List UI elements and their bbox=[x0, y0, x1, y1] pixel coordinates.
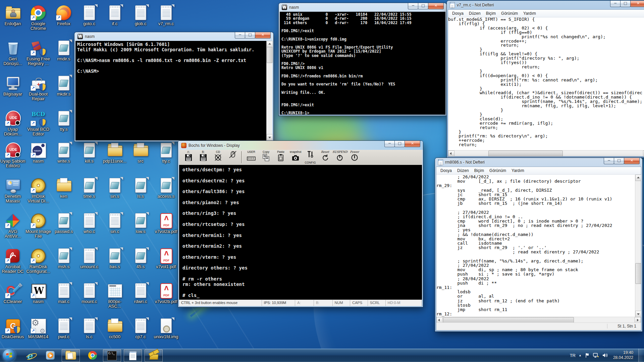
close-button[interactable]: × bbox=[630, 1, 644, 7]
menu-dosya[interactable]: Dosya bbox=[449, 10, 466, 17]
desktop-icon-ken[interactable]: ken bbox=[51, 177, 76, 199]
close-button[interactable]: × bbox=[255, 32, 271, 39]
desktop-icon-v7_rm-c[interactable]: v7_rm.c bbox=[153, 5, 179, 26]
desktop-icon-ccleaner[interactable]: CCCleaner bbox=[0, 283, 25, 304]
desktop-icon-firefox[interactable]: Firefox bbox=[51, 5, 76, 26]
desktop-icon-mount-c[interactable]: mount.c bbox=[76, 283, 102, 304]
desktop-icon-access-s[interactable]: access.s bbox=[153, 177, 179, 199]
desktop-icon-v7vol2b-pdf[interactable]: v7vol2b.pdf bbox=[153, 283, 179, 304]
language-indicator[interactable]: TR bbox=[570, 353, 576, 358]
scroll-down-button[interactable] bbox=[267, 134, 273, 140]
scroll-left-button[interactable] bbox=[448, 150, 454, 157]
desktop-icon-geri-d-n-[interactable]: Geri Dönüşü... bbox=[0, 40, 25, 66]
minimize-button[interactable]: − bbox=[610, 1, 621, 7]
floppy-b-button[interactable]: B: bbox=[196, 150, 211, 164]
menu-dosya[interactable]: Dosya bbox=[438, 167, 454, 174]
desktop-icon-kill-s[interactable]: kill.s bbox=[76, 142, 102, 164]
desktop-icon-800px-asc-[interactable]: 800px-ASC... bbox=[102, 283, 127, 309]
menu-düzen[interactable]: Düzen bbox=[466, 10, 483, 17]
user-keyboard-button[interactable]: USER bbox=[244, 150, 259, 164]
menu-biçim[interactable]: Biçim bbox=[483, 10, 498, 17]
taskbar-button-explorer[interactable] bbox=[62, 349, 80, 362]
desktop-icon-src[interactable]: src bbox=[128, 142, 153, 164]
desktop-icon-nasm[interactable]: nasm bbox=[25, 142, 51, 164]
console1-terminal[interactable]: Microsoft Windows [Sürüm 6.1.7601]Telif … bbox=[75, 41, 267, 140]
notepad2-vertical-scrollbar[interactable] bbox=[635, 175, 641, 317]
desktop-icon-who-c[interactable]: who.c bbox=[76, 213, 102, 234]
desktop-icon-dual-boot-repair[interactable]: Dual-boot Repair bbox=[25, 75, 51, 101]
desktop-icon-umount-c[interactable]: umount.c bbox=[76, 248, 102, 269]
notepad2-text-area[interactable]: ; 26/04/2022 mov [_d_], ax ; file (direc… bbox=[436, 175, 635, 317]
bochs-display[interactable]: others/dsectpm: ? yes others/dsectrm2: ?… bbox=[179, 165, 422, 300]
desktop-icon-acrobat-reader-dc[interactable]: Acrobat Reader DC bbox=[0, 248, 25, 274]
desktop-icon-diskgenius[interactable]: DiskGenius bbox=[0, 318, 25, 339]
suspend-button[interactable]: SUSPEND bbox=[332, 150, 347, 164]
console2-terminal[interactable]: 48 unix 0 -xrwr- 10184 22/04/2022 15:55 … bbox=[280, 12, 445, 115]
snapshot-button[interactable]: snapshot bbox=[288, 150, 303, 164]
minimize-button[interactable]: − bbox=[408, 3, 418, 9]
desktop-icon-sin-c[interactable]: sin.c bbox=[102, 213, 127, 234]
maximize-button[interactable]: □ bbox=[245, 32, 255, 39]
desktop-icon-tty-s[interactable]: tty.s bbox=[51, 110, 76, 132]
desktop-icon-v7vol2a-pdf[interactable]: v7vol2a.pdf bbox=[153, 213, 179, 234]
scrollbar-thumb[interactable] bbox=[635, 263, 641, 284]
desktop-icon-eusing-free-registry-[interactable]: Eusing Free Registry ... bbox=[25, 40, 51, 66]
mouse-button[interactable] bbox=[225, 150, 240, 164]
desktop-icon-cc500[interactable]: cc500 bbox=[102, 318, 127, 339]
scroll-up-button[interactable] bbox=[267, 41, 273, 47]
reset-button[interactable]: Reset bbox=[318, 150, 332, 164]
menu-biçim[interactable]: Biçim bbox=[472, 167, 487, 174]
desktop-icon-bilgisayar[interactable]: Bilgisayar bbox=[0, 75, 25, 97]
maximize-button[interactable]: □ bbox=[394, 141, 405, 147]
desktop-icon-google-chrome[interactable]: Google Chrome bbox=[25, 5, 51, 31]
desktop-icon-masm614[interactable]: ⚙⚙MASM614 bbox=[25, 318, 51, 339]
maximize-button[interactable]: □ bbox=[620, 1, 631, 7]
desktop-icon-pdp11unix-[interactable]: pdp11unix... bbox=[102, 142, 127, 164]
show-desktop-button[interactable] bbox=[638, 349, 643, 362]
desktop-icon-passwd-s[interactable]: passwd.s bbox=[51, 213, 76, 234]
desktop-icon-mail-c[interactable]: mail.c bbox=[51, 283, 76, 304]
desktop-icon-uyap-ablon-edit-r-[interactable]: Uyap Şablon Editörü bbox=[0, 142, 25, 168]
desktop-icon-time-s[interactable]: time.s bbox=[76, 177, 102, 199]
volume-icon[interactable] bbox=[602, 353, 608, 358]
console1-vertical-scrollbar[interactable] bbox=[266, 41, 272, 140]
desktop-icon-denetim-masas-[interactable]: Denetim Masası bbox=[0, 177, 25, 203]
floppy-a-button[interactable]: A: bbox=[181, 150, 196, 164]
desktop-icon-glob-c[interactable]: glob.c bbox=[128, 5, 153, 26]
desktop-icon-mkdir-s[interactable]: mkdir.s bbox=[51, 75, 76, 97]
desktop-icon-ramdisk-configurat-[interactable]: RamDisk Configurat... bbox=[25, 248, 51, 274]
desktop-icon-mount-image-file[interactable]: Mount Image File bbox=[25, 213, 51, 239]
desktop-icon-rdwri-c[interactable]: rdwri.c bbox=[128, 283, 153, 304]
power-button[interactable]: Power bbox=[347, 150, 362, 164]
desktop-icon-avg-antivir-[interactable]: AVG AntiVir... bbox=[0, 213, 25, 239]
notepad1-text-area[interactable]: buf.st_mode&S_IFMT) == S_IFDIR) { if(rfl… bbox=[448, 17, 644, 150]
desktop-icon-nasm[interactable]: nasm bbox=[25, 283, 51, 304]
notepad1-horizontal-scrollbar[interactable] bbox=[448, 150, 644, 156]
desktop-icon-low-s[interactable]: low.s bbox=[128, 213, 153, 234]
maximize-button[interactable]: □ bbox=[418, 3, 428, 9]
close-button[interactable]: × bbox=[405, 141, 420, 147]
desktop-icon-write-s[interactable]: write.s bbox=[51, 142, 76, 164]
desktop-icon-goto-c[interactable]: goto.c bbox=[76, 5, 102, 26]
paste-button[interactable]: Paste bbox=[273, 150, 288, 164]
desktop-icon-cp7-c[interactable]: cp7.c bbox=[128, 318, 153, 339]
taskbar-button-media-player[interactable] bbox=[42, 349, 59, 361]
desktop-icon-imdisk-virtual-di-[interactable]: ImDisk Virtual Di... bbox=[25, 177, 51, 203]
minimize-button[interactable]: − bbox=[384, 141, 395, 147]
menu-düzen[interactable]: Düzen bbox=[454, 167, 472, 174]
minimize-button[interactable]: − bbox=[235, 32, 245, 39]
desktop-icon-uyap-d-k-m-[interactable]: Uyap Döküm... bbox=[0, 110, 25, 136]
start-button[interactable] bbox=[3, 349, 15, 362]
menu-yardım[interactable]: Yardım bbox=[509, 167, 527, 174]
scrollbar-thumb[interactable] bbox=[267, 47, 273, 63]
cdrom-button[interactable]: CD bbox=[211, 150, 225, 164]
desktop-icon-if-c[interactable]: if.c bbox=[102, 5, 127, 26]
config-button[interactable]: CONFIG bbox=[303, 150, 318, 164]
taskbar-button-bochs[interactable] bbox=[145, 349, 163, 362]
taskbar-clock[interactable]: 19:40 28.04.2022 bbox=[611, 350, 635, 360]
desktop-icon-msh-s[interactable]: msh.s bbox=[51, 248, 76, 269]
desktop-icon-v7vol1-pdf[interactable]: v7vol1.pdf bbox=[153, 248, 179, 269]
desktop-icon-visual-bcd-editor[interactable]: BCDVisual BCD Editor bbox=[25, 110, 51, 136]
menu-görünüm[interactable]: Görünüm bbox=[498, 10, 521, 17]
notepad2-horizontal-scrollbar[interactable] bbox=[436, 317, 641, 323]
